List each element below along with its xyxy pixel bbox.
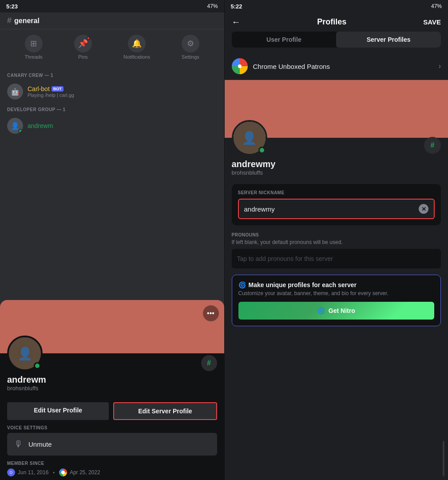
left-profile-username: andrewm <box>7 375 217 385</box>
discord-join-date-text: Jun 11, 2016 <box>18 469 48 476</box>
pronouns-hint: If left blank, your default pronouns wil… <box>232 239 441 245</box>
pronouns-input[interactable]: Tap to add pronouns for this server <box>232 249 441 268</box>
profile-actions: Edit User Profile Edit Server Profile <box>7 402 217 420</box>
get-nitro-button[interactable]: 🌀 Get Nitro <box>238 302 435 320</box>
member-since-label: MEMBER SINCE <box>7 461 217 466</box>
nickname-input-text: andrewmy <box>244 205 419 213</box>
unmute-item[interactable]: 🎙 Unmute <box>7 433 217 456</box>
chrome-server-icon <box>232 58 248 74</box>
scroll-indicator <box>443 441 444 476</box>
edit-server-profile-button[interactable]: Edit Server Profile <box>113 402 217 420</box>
notifications-icon-item[interactable]: 🔔 Notifications <box>123 35 150 60</box>
threads-icon: ⊞ <box>25 35 43 52</box>
andrewm-info: andrewm <box>28 122 53 129</box>
voice-settings-section: VOICE SETTINGS 🎙 Unmute <box>7 425 217 456</box>
nitro-bolt-icon: 🌀 <box>317 307 325 314</box>
right-status-bar: 5:22 47% <box>225 0 448 12</box>
carl-bot-item[interactable]: 🤖 Carl-bot BOT Playing /help | carl.gg <box>7 81 217 102</box>
left-status-bar: 5:23 47% <box>0 0 224 12</box>
settings-label: Settings <box>182 54 199 60</box>
tab-user-profile[interactable]: User Profile <box>232 32 337 48</box>
left-time: 5:23 <box>6 3 18 10</box>
discord-logo-icon: D <box>7 468 15 476</box>
get-nitro-label: Get Nitro <box>329 307 355 314</box>
back-button[interactable]: ← <box>232 17 241 27</box>
nickname-input-wrapper[interactable]: andrewmy ✕ <box>238 199 435 219</box>
left-profile-discriminator: brohsnbluffs <box>7 385 217 392</box>
right-status-right: 47% <box>431 3 442 9</box>
pins-icon-item[interactable]: 📌 Pins <box>74 35 92 60</box>
pins-icon: 📌 <box>74 35 92 52</box>
carl-bot-status: Playing /help | carl.gg <box>28 92 74 98</box>
threads-icon-item[interactable]: ⊞ Threads <box>25 35 43 60</box>
developer-group-label: DEVELOPER GROUP — 1 <box>7 107 217 112</box>
carl-bot-name: Carl-bot <box>28 85 50 92</box>
voice-settings-label: VOICE SETTINGS <box>7 425 217 430</box>
pins-label: Pins <box>78 54 87 60</box>
nitro-upsell-card: 🌀 Make unique profiles for each server C… <box>232 275 441 326</box>
left-battery: 47% <box>207 3 218 9</box>
left-avatar-wrapper <box>7 336 43 371</box>
discord-join-date: D Jun 11, 2016 <box>7 468 48 476</box>
channel-icons-row: ⊞ Threads 📌 Pins 🔔 Notifications ⚙ Setti… <box>0 29 224 65</box>
right-online-dot <box>258 147 266 154</box>
notifications-label: Notifications <box>123 54 150 60</box>
edit-user-profile-button[interactable]: Edit User Profile <box>7 402 109 420</box>
andrewm-item[interactable]: 👤 andrewm <box>7 116 217 136</box>
threads-label: Threads <box>25 54 43 60</box>
profiles-title: Profiles <box>317 17 346 27</box>
server-join-date-text: Apr 25, 2022 <box>70 469 100 476</box>
chrome-logo-icon <box>59 468 67 476</box>
left-panel: 5:23 47% # general ⊞ Threads 📌 Pins 🔔 No… <box>0 0 224 480</box>
unmute-label: Unmute <box>28 440 52 448</box>
server-join-date: Apr 25, 2022 <box>59 468 100 476</box>
right-hashtag-button[interactable]: # <box>424 137 441 154</box>
nitro-upsell-title: 🌀 Make unique profiles for each server <box>238 281 435 288</box>
nitro-wumpus-icon: 🌀 <box>238 281 246 288</box>
right-profile-section: # andrewmy brohsnbluffs <box>225 138 448 180</box>
server-nickname-label: SERVER NICKNAME <box>238 190 435 195</box>
carl-bot-info: Carl-bot BOT Playing /help | carl.gg <box>28 85 74 98</box>
profile-card-overlay: ••• # andrewm brohsnbluffs Edit User Pro… <box>0 300 224 480</box>
right-battery: 47% <box>431 3 442 9</box>
hash-icon: # <box>7 16 12 25</box>
microphone-muted-icon: 🎙 <box>14 439 23 449</box>
server-name: Chrome Unboxed Patrons <box>253 63 439 70</box>
tab-server-profiles[interactable]: Server Profiles <box>336 32 441 48</box>
channel-header[interactable]: # general <box>0 12 224 29</box>
settings-icon-item[interactable]: ⚙ Settings <box>182 35 199 60</box>
more-button[interactable]: ••• <box>203 305 219 321</box>
andrewm-name: andrewm <box>28 122 53 129</box>
pronouns-section: PRONOUNS If left blank, your default pro… <box>232 232 441 268</box>
left-profile-name-section: andrewm brohsnbluffs <box>0 371 224 397</box>
right-username: andrewmy <box>232 159 441 169</box>
nitro-upsell-desc: Customize your avatar, banner, theme, an… <box>238 290 435 296</box>
left-profile-online-dot <box>34 362 41 369</box>
right-time: 5:22 <box>231 3 242 10</box>
andrewm-online-dot <box>18 129 23 133</box>
chevron-right-icon: › <box>439 62 441 70</box>
member-since-section: MEMBER SINCE D Jun 11, 2016 • Apr 25, 20… <box>7 461 217 476</box>
left-avatar-row: # <box>0 353 224 371</box>
carl-bot-avatar: 🤖 <box>7 84 23 100</box>
pronouns-label: PRONOUNS <box>232 232 441 237</box>
profiles-header: ← Profiles SAVE <box>225 12 448 32</box>
right-panel: 5:22 47% ← Profiles SAVE User Profile Se… <box>225 0 448 480</box>
right-discriminator: brohsnbluffs <box>232 169 441 176</box>
server-nickname-card: SERVER NICKNAME andrewmy ✕ <box>232 184 441 225</box>
left-status-right: 47% <box>207 3 218 9</box>
nitro-upsell-title-text: Make unique profiles for each server <box>249 281 357 288</box>
settings-icon: ⚙ <box>182 35 199 52</box>
andrewm-avatar: 👤 <box>7 118 23 134</box>
save-button[interactable]: SAVE <box>423 18 441 26</box>
server-list-item[interactable]: Chrome Unboxed Patrons › <box>225 53 448 80</box>
pins-notif-dot <box>87 36 90 40</box>
clear-nickname-button[interactable]: ✕ <box>419 204 428 214</box>
right-avatar-row: # <box>225 138 448 156</box>
tab-switcher: User Profile Server Profiles <box>232 32 441 48</box>
member-since-row: D Jun 11, 2016 • Apr 25, 2022 <box>7 468 217 476</box>
bot-badge: BOT <box>52 86 63 92</box>
left-hashtag-button[interactable]: # <box>201 355 217 371</box>
notifications-icon: 🔔 <box>128 35 146 52</box>
right-name-section: andrewmy brohsnbluffs <box>225 156 448 180</box>
